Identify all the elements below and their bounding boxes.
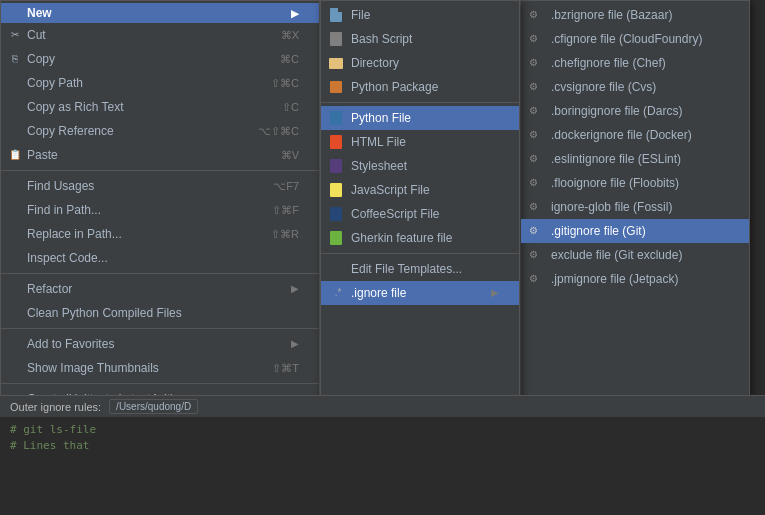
submenu-new-stylesheet[interactable]: Stylesheet — [321, 154, 519, 178]
file-icon — [327, 8, 345, 22]
ignore-cfignore[interactable]: ⚙ .cfignore file (CloudFoundry) — [521, 27, 749, 51]
submenu-new-file[interactable]: File — [321, 3, 519, 27]
menu-item-copy[interactable]: ⎘ Copy ⌘C — [1, 47, 319, 71]
submenu-new-ignore-label: .ignore file — [351, 284, 406, 302]
menu-item-copy-path[interactable]: Copy Path ⇧⌘C — [1, 71, 319, 95]
ignore-jpmignore[interactable]: ⚙ .jpmignore file (Jetpack) — [521, 267, 749, 291]
menu-item-add-fav-label: Add to Favorites — [27, 335, 114, 353]
submenu-new-stylesheet-label: Stylesheet — [351, 157, 407, 175]
python-pkg-icon-shape — [330, 81, 342, 93]
bzrignore-icon: ⚙ — [529, 6, 538, 24]
cut-shortcut: ⌘X — [251, 26, 299, 44]
menu-item-new-label: New — [27, 6, 52, 20]
stylesheet-icon — [327, 159, 345, 173]
submenu-new-edit-templates[interactable]: Edit File Templates... — [321, 257, 519, 281]
ignore-gitignore[interactable]: ⚙ .gitignore file (Git) — [521, 219, 749, 243]
ignore-git-exclude[interactable]: ⚙ exclude file (Git exclude) — [521, 243, 749, 267]
ignore-jpmignore-label: .jpmignore file (Jetpack) — [551, 270, 678, 288]
ignore-gitignore-label: .gitignore file (Git) — [551, 222, 646, 240]
ignore-dockerignore[interactable]: ⚙ .dockerignore file (Docker) — [521, 123, 749, 147]
ignore-bzrignore-label: .bzrignore file (Bazaar) — [551, 6, 672, 24]
ignore-dockerignore-label: .dockerignore file (Docker) — [551, 126, 692, 144]
cut-icon: ✂ — [7, 27, 23, 43]
path-badge: /Users/qudong/D — [109, 399, 198, 414]
python-file-icon-shape — [330, 111, 342, 125]
menu-item-paste[interactable]: 📋 Paste ⌘V — [1, 143, 319, 167]
menu-item-copy-path-label: Copy Path — [27, 74, 83, 92]
copy-path-shortcut: ⇧⌘C — [241, 74, 299, 92]
outer-ignore-label: Outer ignore rules: — [10, 401, 101, 413]
ignore-ignore-glob-label: ignore-glob file (Fossil) — [551, 198, 672, 216]
submenu-new-ignore[interactable]: .* .ignore file ▶ — [321, 281, 519, 305]
submenu-new-file-label: File — [351, 6, 370, 24]
html-icon — [327, 135, 345, 149]
find-usages-shortcut: ⌥F7 — [243, 177, 299, 195]
submenu-new-bash[interactable]: Bash Script — [321, 27, 519, 51]
submenu-new-gherkin[interactable]: Gherkin feature file — [321, 226, 519, 250]
ignore-flooignore[interactable]: ⚙ .flooignore file (Floobits) — [521, 171, 749, 195]
paste-shortcut: ⌘V — [251, 146, 299, 164]
copy-ref-shortcut: ⌥⇧⌘C — [228, 122, 299, 140]
coffee-icon — [327, 207, 345, 221]
submenu-new-coffee-label: CoffeeScript File — [351, 205, 439, 223]
separator-4 — [1, 383, 319, 384]
ignore-cvsignore[interactable]: ⚙ .cvsignore file (Cvs) — [521, 75, 749, 99]
ignore-bzrignore[interactable]: ⚙ .bzrignore file (Bazaar) — [521, 3, 749, 27]
ignore-flooignore-label: .flooignore file (Floobits) — [551, 174, 679, 192]
menu-item-clean[interactable]: Clean Python Compiled Files — [1, 301, 319, 325]
ignore-eslintignore[interactable]: ⚙ .eslintignore file (ESLint) — [521, 147, 749, 171]
gherkin-icon — [327, 231, 345, 245]
submenu-new-js[interactable]: JavaScript File — [321, 178, 519, 202]
show-img-shortcut: ⇧⌘T — [242, 359, 299, 377]
submenu-new-python-pkg[interactable]: Python Package — [321, 75, 519, 99]
menu-item-copy-ref[interactable]: Copy Reference ⌥⇧⌘C — [1, 119, 319, 143]
submenu-new-python-file[interactable]: Python File — [321, 106, 519, 130]
menu-item-refactor[interactable]: Refactor ▶ — [1, 277, 319, 301]
menu-item-show-img[interactable]: Show Image Thumbnails ⇧⌘T — [1, 356, 319, 380]
submenu-new-directory[interactable]: Directory — [321, 51, 519, 75]
code-area: # git ls-file # Lines that — [0, 417, 765, 459]
menu-item-find-usages-label: Find Usages — [27, 177, 94, 195]
submenu-arrow-ignore: ▶ — [491, 284, 499, 302]
menu-item-new[interactable]: New ▶ — [1, 3, 319, 23]
submenu-new-bash-label: Bash Script — [351, 30, 412, 48]
menu-item-inspect[interactable]: Inspect Code... — [1, 246, 319, 270]
menu-item-copy-rich[interactable]: Copy as Rich Text ⇧C — [1, 95, 319, 119]
submenu-new-python-file-label: Python File — [351, 109, 411, 127]
python-file-icon — [327, 111, 345, 125]
menu-item-paste-label: Paste — [27, 146, 58, 164]
panel-header: Outer ignore rules: /Users/qudong/D — [0, 396, 765, 417]
ignore-boringignore-label: .boringignore file (Darcs) — [551, 102, 682, 120]
js-icon — [327, 183, 345, 197]
submenu-new-directory-label: Directory — [351, 54, 399, 72]
copy-rich-shortcut: ⇧C — [252, 98, 299, 116]
menu-item-clean-label: Clean Python Compiled Files — [27, 304, 182, 322]
menu-item-replace-path[interactable]: Replace in Path... ⇧⌘R — [1, 222, 319, 246]
submenu-new-js-label: JavaScript File — [351, 181, 430, 199]
jpmignore-icon: ⚙ — [529, 270, 538, 288]
paste-icon: 📋 — [7, 147, 23, 163]
copy-shortcut: ⌘C — [250, 50, 299, 68]
submenu-new-html-label: HTML File — [351, 133, 406, 151]
menu-item-cut-label: Cut — [27, 26, 46, 44]
ignore-boringignore[interactable]: ⚙ .boringignore file (Darcs) — [521, 99, 749, 123]
boringignore-icon: ⚙ — [529, 102, 538, 120]
ignore-chefignore[interactable]: ⚙ .chefignore file (Chef) — [521, 51, 749, 75]
submenu-new-html[interactable]: HTML File — [321, 130, 519, 154]
directory-icon — [327, 56, 345, 70]
menu-item-find-path-label: Find in Path... — [27, 201, 101, 219]
file-icon-shape — [330, 8, 342, 22]
menu-item-find-path[interactable]: Find in Path... ⇧⌘F — [1, 198, 319, 222]
separator-2 — [1, 273, 319, 274]
cfignore-icon: ⚙ — [529, 30, 538, 48]
menu-item-add-fav[interactable]: Add to Favorites ▶ — [1, 332, 319, 356]
menu-item-cut[interactable]: ✂ Cut ⌘X — [1, 23, 319, 47]
menu-item-find-usages[interactable]: Find Usages ⌥F7 — [1, 174, 319, 198]
js-icon-shape — [330, 183, 342, 197]
ignore-git-exclude-label: exclude file (Git exclude) — [551, 246, 682, 264]
ignore-glob-icon: ⚙ — [529, 198, 538, 216]
submenu-new-coffee[interactable]: CoffeeScript File — [321, 202, 519, 226]
menu-item-show-img-label: Show Image Thumbnails — [27, 359, 159, 377]
ignore-ignore-glob[interactable]: ⚙ ignore-glob file (Fossil) — [521, 195, 749, 219]
gherkin-icon-shape — [330, 231, 342, 245]
